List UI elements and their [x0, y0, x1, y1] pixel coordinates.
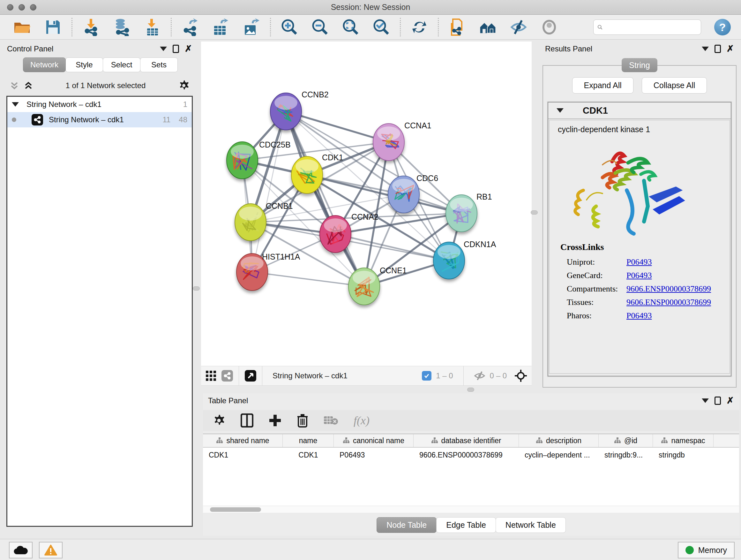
network-node-rb1[interactable]: [446, 195, 477, 232]
save-session-button[interactable]: [44, 18, 62, 36]
crosslink-link[interactable]: P06493: [626, 271, 652, 280]
network-row[interactable]: String Network – cdk1 11 48: [7, 112, 192, 127]
add-column-plus-icon[interactable]: [269, 414, 281, 427]
import-network-database-button[interactable]: [113, 18, 131, 36]
network-edge[interactable]: [252, 272, 364, 287]
tab-network-table[interactable]: Network Table: [495, 517, 566, 533]
gene-card-header[interactable]: CDK1: [548, 103, 731, 119]
table-cell[interactable]: cyclin–dependent ...: [519, 448, 599, 462]
network-node-cdkn1a[interactable]: [433, 242, 465, 279]
network-node-cdk1[interactable]: [291, 157, 323, 193]
collection-count: 1: [183, 100, 187, 109]
crosslink-link[interactable]: 9606.ENSP00000378699: [626, 284, 711, 294]
network-canvas[interactable]: CCNB2CCNA1CDC25BCDK1CDC6RB1CCNB1CCNA2CDK…: [201, 42, 532, 386]
delete-column-trash-icon[interactable]: [297, 414, 308, 428]
tab-string[interactable]: String: [622, 58, 657, 72]
export-network-button[interactable]: [181, 18, 199, 36]
crosslink-link[interactable]: 9606.ENSP00000378699: [626, 298, 711, 307]
hide-selected-button[interactable]: [510, 18, 528, 36]
close-panel-icon[interactable]: ✗: [185, 44, 192, 53]
table-cell[interactable]: stringdb: [653, 448, 714, 462]
column-header-canonical-name[interactable]: canonical name: [334, 434, 414, 447]
left-splitter-handle[interactable]: [193, 287, 200, 291]
selected-checkbox[interactable]: [422, 371, 431, 381]
panel-menu-icon[interactable]: [702, 398, 709, 403]
collection-expander-icon[interactable]: [12, 102, 19, 107]
collapse-all-button[interactable]: Collapse All: [642, 77, 707, 94]
eye-slash-icon: [510, 19, 528, 35]
float-panel-icon[interactable]: [715, 396, 721, 405]
table-cell[interactable]: CDK1: [283, 448, 334, 462]
column-header-database-identifier[interactable]: database identifier: [414, 434, 519, 447]
import-table-button[interactable]: [143, 18, 161, 36]
fit-content-crosshair-icon[interactable]: [515, 369, 527, 382]
table-settings-gear-icon[interactable]: [212, 414, 225, 427]
column-header-@id[interactable]: @id: [599, 434, 653, 447]
network-node-cdc6[interactable]: [388, 176, 419, 213]
show-hidden-button[interactable]: [540, 18, 558, 36]
collapse-all-icon[interactable]: [10, 81, 19, 90]
network-node-cdc25b[interactable]: [226, 142, 258, 179]
float-panel-icon[interactable]: [173, 45, 179, 53]
network-node-ccna1[interactable]: [373, 124, 404, 161]
zoom-in-button[interactable]: [280, 18, 298, 36]
gear-icon[interactable]: [178, 80, 190, 91]
scrollbar-thumb[interactable]: [210, 507, 261, 512]
zoom-selected-button[interactable]: [373, 18, 390, 36]
tab-sets[interactable]: Sets: [140, 57, 178, 72]
table-row[interactable]: CDK1CDK1P064939606.ENSP00000378699cyclin…: [203, 448, 739, 462]
help-button[interactable]: ?: [714, 19, 731, 36]
network-node-ccna2[interactable]: [320, 215, 351, 253]
export-image-button[interactable]: [243, 18, 260, 36]
grid-view-icon[interactable]: [205, 370, 216, 381]
table-horizontal-scrollbar[interactable]: [203, 506, 739, 513]
bottom-splitter-handle[interactable]: [467, 388, 474, 392]
expand-all-button[interactable]: Expand All: [572, 77, 633, 94]
birdseye-view-icon[interactable]: [245, 370, 256, 381]
show-columns-icon[interactable]: [241, 414, 253, 428]
table-cell[interactable]: 9606.ENSP00000378699: [414, 448, 519, 462]
memory-button[interactable]: Memory: [678, 542, 735, 558]
warnings-button[interactable]: [39, 542, 63, 558]
crosslink-link[interactable]: P06493: [626, 257, 652, 267]
zoom-fit-button[interactable]: [342, 18, 360, 36]
network-node-ccnb2[interactable]: [270, 93, 301, 130]
zoom-out-button[interactable]: [311, 18, 329, 36]
gene-expander-icon[interactable]: [556, 108, 563, 113]
network-collection-row[interactable]: String Network – cdk1 1: [7, 97, 192, 112]
table-cell[interactable]: CDK1: [203, 448, 283, 462]
column-header-shared-name[interactable]: shared name: [203, 434, 283, 447]
import-network-file-button[interactable]: [82, 18, 100, 36]
tab-node-table[interactable]: Node Table: [377, 517, 436, 533]
tab-network[interactable]: Network: [23, 57, 66, 72]
crosslink-link[interactable]: P06493: [626, 311, 652, 320]
tab-style[interactable]: Style: [65, 57, 103, 72]
memory-label: Memory: [698, 546, 727, 555]
search-input[interactable]: [605, 23, 697, 31]
network-app-icon[interactable]: [221, 370, 233, 381]
close-panel-icon[interactable]: ✗: [727, 396, 734, 405]
table-cell[interactable]: P06493: [334, 448, 414, 462]
column-header-namespac[interactable]: namespac: [653, 434, 714, 447]
panel-menu-icon[interactable]: [160, 47, 167, 51]
network-node-ccnb1[interactable]: [235, 204, 266, 241]
export-table-button[interactable]: [212, 18, 230, 36]
column-header-name[interactable]: name: [283, 434, 334, 447]
network-edge[interactable]: [335, 234, 449, 260]
tab-select[interactable]: Select: [103, 57, 140, 72]
cloud-status-button[interactable]: [9, 542, 32, 558]
float-panel-icon[interactable]: [715, 45, 721, 53]
close-panel-icon[interactable]: ✗: [727, 44, 734, 53]
tab-edge-table[interactable]: Edge Table: [436, 517, 496, 533]
refresh-layout-button[interactable]: [410, 18, 428, 36]
table-cell[interactable]: stringdb:9...: [599, 448, 653, 462]
network-node-ccne1[interactable]: [348, 268, 380, 305]
column-header-description[interactable]: description: [519, 434, 599, 447]
right-splitter-handle[interactable]: [531, 210, 538, 214]
network-label: String Network – cdk1: [49, 115, 124, 124]
open-session-button[interactable]: [13, 18, 31, 36]
expand-all-icon[interactable]: [23, 81, 33, 90]
panel-menu-icon[interactable]: [702, 47, 709, 51]
duplicate-network-button[interactable]: [448, 18, 466, 36]
first-neighbors-button[interactable]: [479, 18, 497, 36]
